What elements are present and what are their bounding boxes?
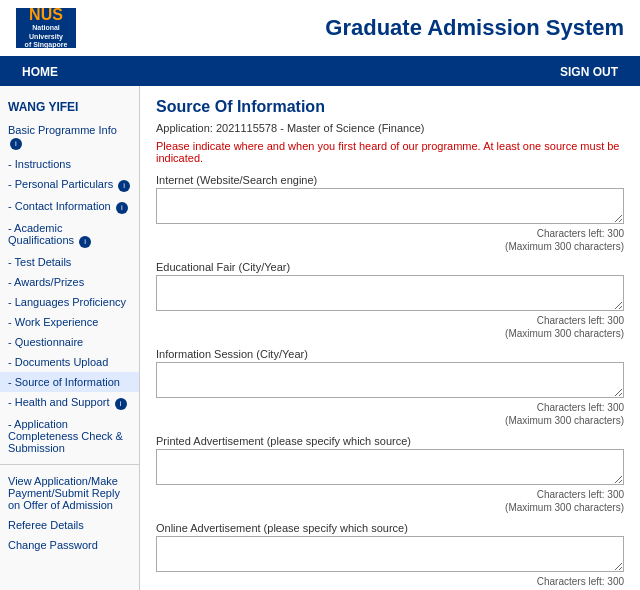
layout: WANG YIFEI Basic Programme Info i - Inst… [0,86,640,590]
printed-ad-charcount: Characters left: 300 (Maximum 300 charac… [156,488,624,514]
info-session-textarea[interactable] [156,362,624,398]
sidebar-questionnaire[interactable]: - Questionnaire [0,332,139,352]
educational-fair-label: Educational Fair (City/Year) [156,261,624,273]
info-icon-personal: i [118,180,130,192]
sidebar-instructions[interactable]: - Instructions [0,154,139,174]
form-group-internet: Internet (Website/Search engine) Charact… [156,174,624,253]
sidebar-personal-particulars[interactable]: - Personal Particulars i [0,174,139,196]
navbar: HOME SIGN OUT [0,58,640,86]
nus-full-name: National Universityof Singapore [18,24,74,49]
internet-charcount: Characters left: 300 (Maximum 300 charac… [156,227,624,253]
app-title: Graduate Admission System [325,15,624,41]
internet-textarea[interactable] [156,188,624,224]
signout-link[interactable]: SIGN OUT [546,58,632,86]
info-session-label: Information Session (City/Year) [156,348,624,360]
form-group-educational-fair: Educational Fair (City/Year) Characters … [156,261,624,340]
online-ad-charcount: Characters left: 300 (Maximum 300 charac… [156,575,624,590]
sidebar-completeness[interactable]: - Application Completeness Check & Submi… [0,414,139,458]
logo-area: NUS National Universityof Singapore [16,8,76,48]
sidebar-academic-qualifications[interactable]: - Academic Qualifications i [0,218,139,252]
sidebar: WANG YIFEI Basic Programme Info i - Inst… [0,86,140,590]
printed-ad-textarea[interactable] [156,449,624,485]
sidebar-divider [0,464,139,465]
sidebar-work-experience[interactable]: - Work Experience [0,312,139,332]
nus-acronym: NUS [29,6,63,24]
educational-fair-textarea[interactable] [156,275,624,311]
header: NUS National Universityof Singapore Grad… [0,0,640,58]
info-session-charcount: Characters left: 300 (Maximum 300 charac… [156,401,624,427]
sidebar-change-password[interactable]: Change Password [0,535,139,555]
home-link[interactable]: HOME [8,58,72,86]
sidebar-awards-prizes[interactable]: - Awards/Prizes [0,272,139,292]
online-ad-textarea[interactable] [156,536,624,572]
info-icon-health: i [115,398,127,410]
info-icon-academic: i [79,236,91,248]
educational-fair-charcount: Characters left: 300 (Maximum 300 charac… [156,314,624,340]
form-group-online-ad: Online Advertisement (please specify whi… [156,522,624,590]
sidebar-languages[interactable]: - Languages Proficiency [0,292,139,312]
form-group-printed-ad: Printed Advertisement (please specify wh… [156,435,624,514]
online-ad-label: Online Advertisement (please specify whi… [156,522,624,534]
sidebar-basic-programme[interactable]: Basic Programme Info i [0,120,139,154]
warning-text: Please indicate where and when you first… [156,140,624,164]
printed-ad-label: Printed Advertisement (please specify wh… [156,435,624,447]
sidebar-view-application[interactable]: View Application/Make Payment/Submit Rep… [0,471,139,515]
sidebar-test-details[interactable]: - Test Details [0,252,139,272]
sidebar-username: WANG YIFEI [0,94,139,120]
info-icon-basic: i [10,138,22,150]
main-content: Source Of Information Application: 20211… [140,86,640,590]
info-icon-contact: i [116,202,128,214]
nus-logo: NUS National Universityof Singapore [16,8,76,48]
sidebar-health-support[interactable]: - Health and Support i [0,392,139,414]
sidebar-referee[interactable]: Referee Details [0,515,139,535]
page-title: Source Of Information [156,98,624,116]
sidebar-documents-upload[interactable]: - Documents Upload [0,352,139,372]
sidebar-source-info[interactable]: - Source of Information [0,372,139,392]
application-info: Application: 2021115578 - Master of Scie… [156,122,624,134]
sidebar-contact-info[interactable]: - Contact Information i [0,196,139,218]
form-group-info-session: Information Session (City/Year) Characte… [156,348,624,427]
internet-label: Internet (Website/Search engine) [156,174,624,186]
